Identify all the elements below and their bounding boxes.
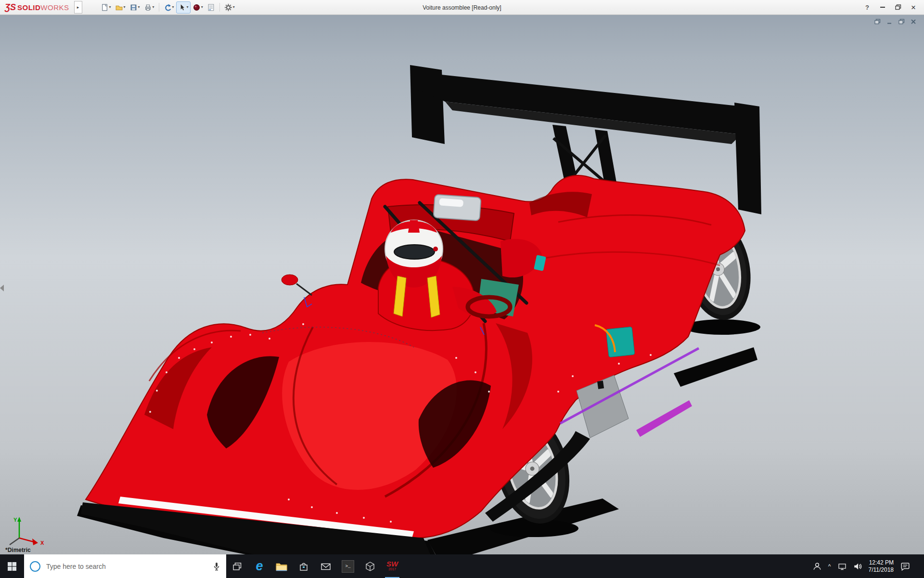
restore-button[interactable] (890, 1, 906, 13)
brand-works: WORKS (40, 3, 69, 12)
help-button[interactable]: ? (860, 1, 875, 13)
3d-viewport[interactable]: Y X (0, 15, 924, 554)
options-button[interactable]: ▾ (222, 1, 237, 13)
file-explorer-icon (276, 562, 287, 571)
open-button[interactable]: ▾ (113, 1, 128, 13)
ds-logo-icon: ƷS (5, 2, 16, 13)
cube-icon (365, 561, 375, 572)
tray-chevron-icon[interactable]: ^ (828, 563, 831, 570)
doc-close-button[interactable] (910, 18, 917, 25)
options-gear-icon (224, 3, 232, 12)
taskbar-edge[interactable]: e (248, 554, 270, 578)
restore-icon (895, 4, 901, 10)
select-tool-button[interactable]: ▾ (176, 1, 191, 13)
taskbar-console-app[interactable]: >_ (337, 554, 359, 578)
windows-taskbar: e >_ SW 2017 ^ 12:42 PM 7/11 (0, 554, 924, 578)
solidworks-app-icon: SW 2017 (386, 561, 398, 572)
cortana-icon (30, 561, 40, 572)
panel-collapse-arrow[interactable] (0, 285, 4, 291)
network-icon[interactable] (838, 563, 847, 570)
clock-time: 12:42 PM (869, 559, 894, 566)
doc-close-icon (911, 19, 916, 25)
start-button[interactable] (0, 554, 24, 578)
cascade-icon (874, 19, 881, 25)
minimize-button[interactable] (875, 1, 890, 13)
dropdown-caret-icon: ▾ (138, 5, 140, 9)
search-input[interactable] (45, 562, 208, 571)
dropdown-caret-icon: ▾ (124, 5, 126, 9)
appearance-button[interactable]: ▾ (191, 1, 205, 13)
speaker-icon[interactable] (853, 563, 862, 570)
taskbar-solidworks[interactable]: SW 2017 (381, 554, 403, 578)
doc-restore-icon (898, 19, 905, 25)
flyout-arrow-icon: ▸ (77, 5, 79, 10)
dropdown-caret-icon: ▾ (233, 5, 235, 9)
document-window-controls (873, 18, 917, 25)
material-sphere-icon (192, 3, 201, 12)
graphics-area[interactable]: Y X *Dimetric (0, 15, 924, 554)
new-document-icon (101, 3, 109, 12)
dropdown-caret-icon: ▾ (172, 5, 174, 9)
dropdown-caret-icon: ▾ (109, 5, 111, 9)
printer-icon (144, 3, 152, 12)
window-controls: ? × (860, 1, 924, 13)
doc-restore-button[interactable] (898, 18, 905, 25)
dropdown-caret-icon: ▾ (153, 5, 154, 9)
brand-solid: SOLID (17, 3, 40, 12)
select-cursor-icon (178, 3, 186, 12)
doc-cascade-button[interactable] (873, 18, 881, 25)
report-sheet-icon (207, 3, 215, 12)
taskbar-mail[interactable] (315, 554, 337, 578)
undo-button[interactable]: ▾ (162, 1, 176, 13)
report-button[interactable] (205, 1, 217, 13)
windshield (433, 195, 481, 221)
mail-envelope-icon (321, 562, 331, 571)
save-floppy-icon (129, 3, 138, 12)
dropdown-caret-icon: ▾ (201, 5, 203, 9)
side-mirror (282, 275, 298, 285)
solidworks-logo: ƷS SOLID WORKS (0, 2, 69, 13)
tray-clock[interactable]: 12:42 PM 7/11/2018 (869, 559, 894, 574)
edge-icon: e (256, 560, 263, 573)
people-icon[interactable] (813, 562, 821, 571)
close-button[interactable]: × (906, 1, 921, 13)
undo-arrow-icon (164, 3, 172, 12)
doc-minimize-button[interactable] (886, 18, 893, 25)
view-orientation-label: *Dimetric (5, 547, 31, 553)
taskbar-store[interactable] (293, 554, 315, 578)
save-button[interactable]: ▾ (128, 1, 142, 13)
task-view-icon (232, 562, 242, 571)
console-icon: >_ (342, 560, 354, 573)
taskbar-search[interactable] (24, 554, 226, 578)
minimize-icon (880, 7, 885, 8)
taskbar-file-explorer[interactable] (270, 554, 293, 578)
taskbar-3d-app[interactable] (359, 554, 381, 578)
close-icon: × (911, 3, 916, 12)
action-center-icon[interactable] (900, 562, 910, 571)
new-document-button[interactable]: ▾ (99, 1, 113, 13)
toolbar-separator (219, 3, 220, 12)
doc-minimize-icon (886, 19, 892, 25)
system-tray: ^ 12:42 PM 7/11/2018 (813, 554, 924, 578)
store-bag-icon (299, 562, 308, 571)
windows-logo-icon (7, 562, 17, 571)
microphone-icon[interactable] (213, 562, 220, 571)
clock-date: 7/11/2018 (869, 566, 894, 574)
print-button[interactable]: ▾ (142, 1, 156, 13)
title-bar: ƷS SOLID WORKS ▸ ▾ ▾ ▾ ▾ ▾ ▾ (0, 0, 924, 15)
toolbar-flyout-button[interactable]: ▸ (74, 1, 82, 13)
helmet-visor (394, 245, 435, 259)
taskbar-apps: e >_ SW 2017 (226, 554, 403, 578)
task-view-button[interactable] (226, 554, 248, 578)
toolbar-separator (159, 3, 159, 12)
open-folder-icon (115, 3, 123, 12)
dropdown-caret-icon: ▾ (187, 5, 189, 9)
quick-access-toolbar: ▾ ▾ ▾ ▾ ▾ ▾ ▾ (99, 1, 237, 13)
x-axis-label: X (40, 540, 44, 546)
y-axis-label: Y (13, 517, 17, 523)
